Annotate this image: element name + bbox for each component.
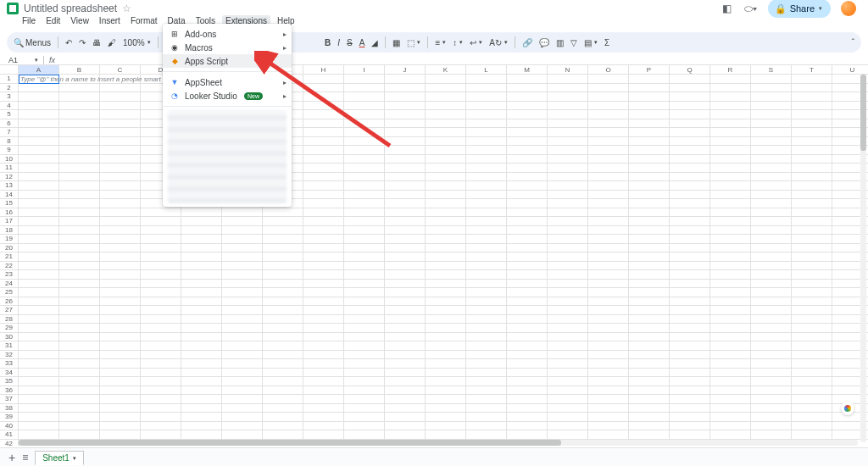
menu-format[interactable]: Format: [127, 15, 161, 29]
row-header[interactable]: 22: [0, 262, 19, 271]
spreadsheet-grid[interactable]: 1234567891011121314151617181920212223242…: [0, 64, 868, 446]
row-header[interactable]: 28: [0, 315, 19, 325]
row-header[interactable]: 2: [0, 84, 19, 93]
borders-button[interactable]: ▦: [392, 38, 400, 47]
sheets-logo-icon[interactable]: [7, 3, 19, 14]
col-header[interactable]: T: [792, 65, 832, 75]
history-icon[interactable]: ◧: [721, 2, 734, 15]
undo-button[interactable]: ↶: [65, 38, 72, 47]
filter-button[interactable]: ▽: [570, 38, 577, 47]
row-header[interactable]: 38: [0, 404, 19, 413]
row-header[interactable]: 40: [0, 422, 19, 431]
fill-color-button[interactable]: ◢: [371, 38, 378, 47]
wrap-button[interactable]: ↩▾: [470, 38, 482, 47]
col-header[interactable]: I: [344, 65, 385, 75]
chart-button[interactable]: ▥: [556, 38, 564, 47]
menu-item-apps-script[interactable]: ◆ Apps Script: [163, 54, 292, 68]
row-header[interactable]: 23: [0, 270, 19, 280]
row-header[interactable]: 4: [0, 102, 19, 111]
add-sheet-button[interactable]: +: [8, 451, 15, 464]
filter-views-button[interactable]: ▤▾: [584, 38, 598, 47]
strike-button[interactable]: S: [347, 38, 353, 47]
row-headers[interactable]: 1234567891011121314151617181920212223242…: [0, 64, 19, 446]
row-header[interactable]: 13: [0, 181, 19, 191]
menu-item-macros[interactable]: ◉ Macros ▸: [163, 41, 292, 54]
horizontal-scrollbar[interactable]: [19, 440, 858, 446]
all-sheets-button[interactable]: ≡: [22, 452, 28, 463]
menu-view[interactable]: View: [67, 15, 92, 29]
row-header[interactable]: 27: [0, 306, 19, 315]
row-header[interactable]: 3: [0, 92, 19, 102]
row-header[interactable]: 19: [0, 235, 19, 244]
row-header[interactable]: 42: [0, 440, 19, 447]
col-header[interactable]: M: [507, 65, 548, 75]
chevron-down-icon[interactable]: ▾: [35, 57, 38, 64]
bold-button[interactable]: B: [325, 38, 331, 47]
text-color-button[interactable]: A: [359, 38, 365, 47]
redo-button[interactable]: ↷: [79, 38, 86, 47]
row-header[interactable]: 25: [0, 288, 19, 297]
row-header[interactable]: 30: [0, 333, 19, 342]
col-header[interactable]: B: [59, 65, 100, 75]
row-header[interactable]: 20: [0, 244, 19, 253]
doc-title[interactable]: Untitled spreadsheet: [24, 3, 117, 14]
link-button[interactable]: 🔗: [522, 38, 532, 47]
col-header[interactable]: Q: [670, 65, 710, 75]
zoom-select[interactable]: 100%▾: [123, 38, 151, 47]
meet-icon[interactable]: ⬭▾: [744, 2, 758, 15]
row-header[interactable]: 12: [0, 173, 19, 182]
row-header[interactable]: 29: [0, 324, 19, 333]
col-header[interactable]: K: [426, 65, 466, 75]
col-header[interactable]: O: [588, 65, 629, 75]
collapse-toolbar-button[interactable]: ˆ: [852, 38, 854, 47]
comment-button[interactable]: 💬: [539, 38, 549, 47]
row-header[interactable]: 7: [0, 128, 19, 137]
menu-item-addons[interactable]: ⊞ Add-ons ▸: [163, 27, 292, 41]
menu-item-looker-studio[interactable]: ◔ Looker Studio New ▸: [163, 89, 292, 103]
row-header[interactable]: 36: [0, 386, 19, 396]
row-header[interactable]: 21: [0, 252, 19, 262]
col-header[interactable]: N: [548, 65, 588, 75]
row-header[interactable]: 24: [0, 280, 19, 289]
valign-button[interactable]: ↕▾: [453, 38, 463, 47]
chevron-down-icon[interactable]: ▾: [73, 455, 76, 462]
col-header[interactable]: C: [100, 65, 141, 75]
row-header[interactable]: 37: [0, 395, 19, 404]
col-header[interactable]: H: [303, 65, 344, 75]
share-button[interactable]: 🔒 Share ▾: [768, 0, 831, 18]
row-header[interactable]: 17: [0, 217, 19, 226]
halign-button[interactable]: ≡▾: [435, 38, 446, 47]
row-header[interactable]: 18: [0, 226, 19, 236]
menu-edit[interactable]: Edit: [42, 15, 64, 29]
menu-item-appsheet[interactable]: ▼ AppSheet ▸: [163, 75, 292, 89]
paint-format-button[interactable]: 🖌: [108, 38, 116, 47]
row-header[interactable]: 16: [0, 208, 19, 218]
row-header[interactable]: 9: [0, 146, 19, 155]
name-box[interactable]: A1: [8, 56, 29, 64]
explore-button[interactable]: [841, 402, 854, 415]
menu-file[interactable]: File: [19, 15, 39, 29]
col-header[interactable]: A: [19, 65, 59, 75]
vertical-scrollbar[interactable]: [860, 75, 866, 442]
col-header[interactable]: L: [466, 65, 507, 75]
sheet-tab[interactable]: Sheet1 ▾: [35, 451, 84, 465]
row-header[interactable]: 5: [0, 110, 19, 119]
cells-area[interactable]: [19, 75, 868, 446]
row-header[interactable]: 26: [0, 297, 19, 307]
row-header[interactable]: 14: [0, 191, 19, 200]
col-header[interactable]: P: [629, 65, 670, 75]
print-button[interactable]: 🖶: [92, 38, 101, 47]
row-header[interactable]: 10: [0, 155, 19, 164]
row-header[interactable]: 33: [0, 359, 19, 369]
row-header[interactable]: 1: [0, 75, 19, 84]
search-menus[interactable]: 🔍 Menus: [14, 38, 51, 47]
row-header[interactable]: 41: [0, 430, 19, 440]
menu-insert[interactable]: Insert: [96, 15, 124, 29]
row-header[interactable]: 34: [0, 369, 19, 378]
row-header[interactable]: 15: [0, 199, 19, 208]
column-headers[interactable]: ABCDEFGHIJKLMNOPQRSTU: [19, 64, 868, 75]
col-header[interactable]: S: [751, 65, 792, 75]
rotate-button[interactable]: A↻▾: [489, 38, 508, 47]
col-header[interactable]: R: [710, 65, 751, 75]
avatar[interactable]: [841, 1, 856, 16]
